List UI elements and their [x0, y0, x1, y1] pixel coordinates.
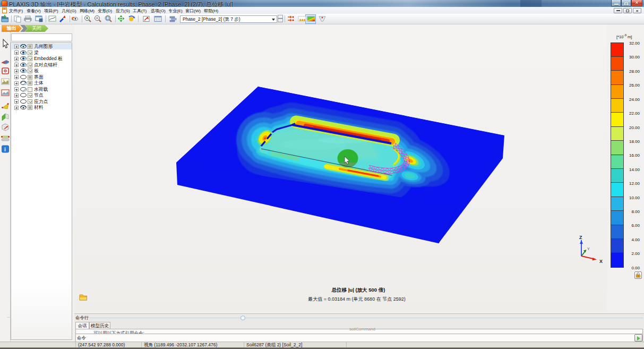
svg-text:X: X — [599, 259, 603, 264]
svg-text:Z: Z — [579, 235, 582, 240]
svg-text:Y: Y — [587, 247, 590, 251]
svg-text:i: i — [4, 147, 6, 152]
